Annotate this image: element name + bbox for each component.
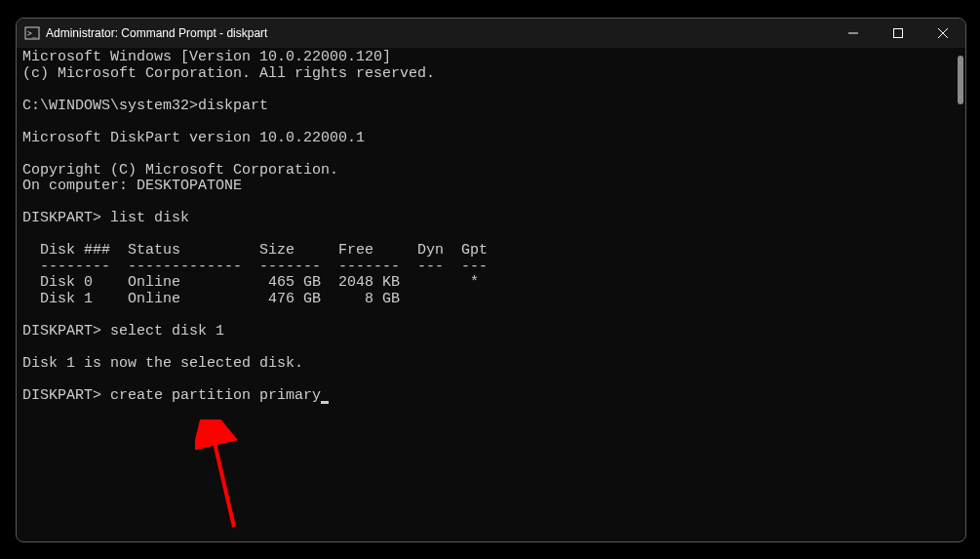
minimize-button[interactable] — [831, 19, 876, 48]
command-prompt-window: >_ Administrator: Command Prompt - diskp… — [16, 18, 966, 542]
scrollbar-thumb[interactable] — [958, 56, 963, 104]
output-line: Microsoft Windows [Version 10.0.22000.12… — [22, 49, 391, 65]
window-controls — [831, 19, 965, 48]
output-line: DISKPART> create partition primary — [22, 387, 321, 404]
terminal-output[interactable]: Microsoft Windows [Version 10.0.22000.12… — [17, 48, 965, 541]
close-button[interactable] — [921, 19, 965, 48]
output-line: C:\WINDOWS\system32>diskpart — [22, 98, 268, 114]
maximize-button[interactable] — [876, 19, 921, 48]
output-line: -------- ------------- ------- ------- -… — [22, 259, 488, 275]
output-line: DISKPART> select disk 1 — [22, 323, 224, 339]
cmd-icon: >_ — [24, 25, 40, 41]
svg-text:>_: >_ — [27, 29, 37, 38]
output-line: Disk 0 Online 465 GB 2048 KB * — [22, 274, 479, 291]
output-line: (c) Microsoft Corporation. All rights re… — [22, 65, 435, 82]
output-line: Disk ### Status Size Free Dyn Gpt — [22, 242, 488, 259]
output-line: Microsoft DiskPart version 10.0.22000.1 — [22, 130, 365, 146]
output-line: DISKPART> list disk — [22, 210, 189, 226]
window-title: Administrator: Command Prompt - diskpart — [46, 26, 831, 40]
output-line: Copyright (C) Microsoft Corporation. — [22, 162, 338, 179]
output-line: Disk 1 is now the selected disk. — [22, 355, 303, 372]
titlebar[interactable]: >_ Administrator: Command Prompt - diskp… — [17, 19, 965, 48]
cursor — [321, 401, 329, 404]
output-line: Disk 1 Online 476 GB 8 GB — [22, 291, 400, 307]
output-line: On computer: DESKTOPATONE — [22, 178, 242, 194]
svg-rect-3 — [894, 29, 903, 38]
